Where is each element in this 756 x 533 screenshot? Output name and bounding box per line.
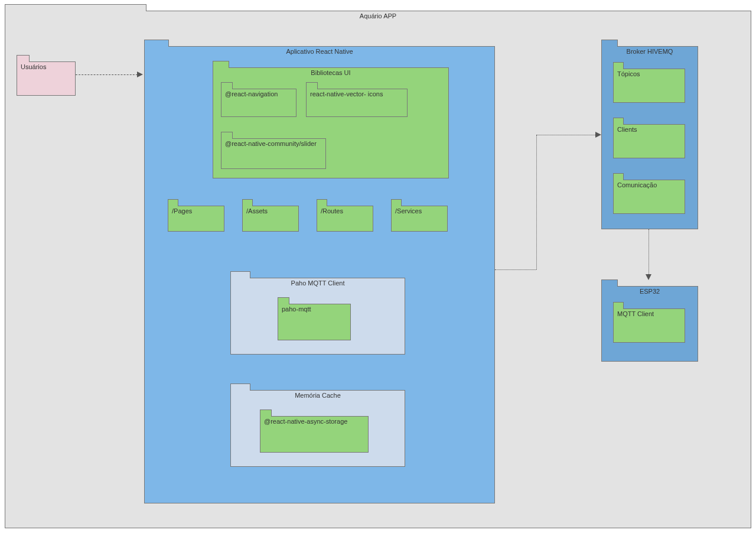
package-assets: /Assets bbox=[242, 206, 299, 232]
package-vector-icons: react-native-vector- icons bbox=[306, 89, 408, 117]
package-comunicacao: Comunicação bbox=[613, 180, 685, 214]
package-services: /Services bbox=[391, 206, 448, 232]
package-topicos: Tópicos bbox=[613, 69, 685, 103]
title-memoria-cache: Memória Cache bbox=[295, 392, 341, 399]
arrowhead-broker-esp32 bbox=[646, 274, 651, 280]
label-slider: @react-native-community/slider bbox=[225, 140, 317, 147]
title-esp32: ESP32 bbox=[640, 288, 660, 295]
conn-app-broker-seg3 bbox=[536, 135, 598, 135]
package-paho-mqtt-lib: paho-mqtt bbox=[278, 304, 351, 340]
label-clients: Clients bbox=[617, 126, 637, 133]
package-routes: /Routes bbox=[317, 206, 373, 232]
package-react-navigation: @react-navigation bbox=[221, 89, 296, 117]
arrowhead-users-to-app bbox=[137, 72, 143, 77]
title-paho-mqtt-client: Paho MQTT Client bbox=[291, 280, 345, 287]
package-clients: Clients bbox=[613, 124, 685, 158]
label-services: /Services bbox=[395, 207, 422, 214]
label-comunicacao: Comunicação bbox=[617, 181, 657, 188]
label-react-navigation: @react-navigation bbox=[225, 90, 278, 98]
label-routes: /Routes bbox=[321, 207, 343, 214]
label-usuarios: Usuários bbox=[21, 63, 46, 70]
arrowhead-app-broker bbox=[595, 132, 601, 138]
conn-app-broker-seg2 bbox=[536, 135, 537, 269]
title-bibliotecas-ui: Bibliotecas UI bbox=[311, 69, 350, 76]
package-mqtt-client: MQTT Client bbox=[613, 308, 685, 343]
package-slider: @react-native-community/slider bbox=[221, 138, 326, 169]
label-mqtt-client: MQTT Client bbox=[617, 310, 654, 317]
arrow-users-to-app bbox=[76, 74, 141, 75]
label-assets: /Assets bbox=[246, 207, 268, 214]
diagram-canvas: Aquário APP Usuários Aplicativo React Na… bbox=[0, 0, 756, 533]
label-topicos: Tópicos bbox=[617, 70, 640, 77]
label-paho-mqtt: paho-mqtt bbox=[282, 306, 311, 313]
label-async-storage: @react-native-async-storage bbox=[264, 418, 347, 425]
package-async-storage: @react-native-async-storage bbox=[260, 416, 369, 453]
title-app-react-native: Aplicativo React Native bbox=[286, 48, 353, 55]
label-pages: /Pages bbox=[172, 207, 192, 214]
title-aquario-app: Aquário APP bbox=[360, 12, 396, 20]
title-broker-hivemq: Broker HIVEMQ bbox=[627, 48, 673, 55]
conn-app-broker-seg1 bbox=[495, 269, 536, 270]
package-usuarios: Usuários bbox=[17, 61, 76, 96]
package-pages: /Pages bbox=[168, 206, 224, 232]
label-vector-icons: react-native-vector- icons bbox=[310, 90, 383, 98]
conn-broker-esp32 bbox=[649, 229, 649, 277]
